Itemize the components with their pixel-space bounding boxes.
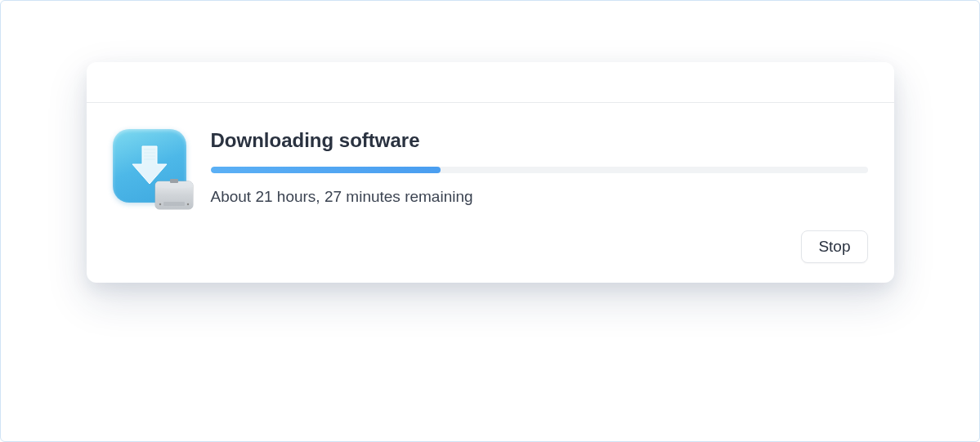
progress-bar (211, 167, 868, 173)
dialog-body: Downloading software About 21 hours, 27 … (87, 103, 894, 224)
hard-disk-icon (152, 176, 196, 212)
svg-point-7 (159, 203, 160, 205)
download-app-icon (113, 129, 191, 208)
download-dialog: Downloading software About 21 hours, 27 … (87, 62, 894, 283)
dialog-titlebar (87, 62, 894, 103)
svg-rect-6 (170, 179, 178, 183)
dialog-footer: Stop (87, 224, 894, 283)
dialog-content: Downloading software About 21 hours, 27 … (211, 126, 868, 206)
dialog-title: Downloading software (211, 129, 868, 152)
stop-button[interactable]: Stop (801, 230, 867, 263)
svg-point-8 (186, 203, 188, 205)
progress-fill (211, 167, 441, 173)
status-text: About 21 hours, 27 minutes remaining (211, 188, 868, 206)
svg-rect-9 (163, 202, 185, 206)
